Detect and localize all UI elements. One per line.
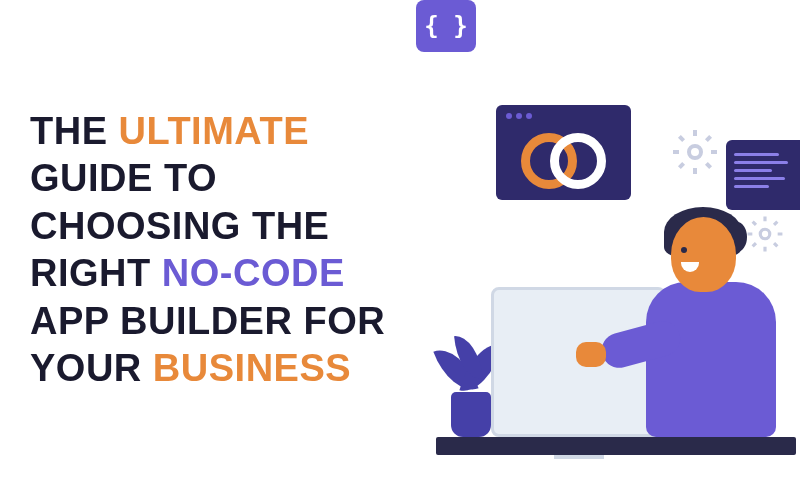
code-panel [726,140,800,210]
avatar-head [671,217,736,292]
code-line [734,153,779,156]
braces-panel: { } [416,0,476,52]
code-line [734,177,785,180]
headline: THE ULTIMATE GUIDE TO CHOOSING THE RIGHT… [0,88,416,413]
illustration: { } [416,0,800,500]
code-line [734,185,769,188]
braces-icon: { } [424,12,467,40]
infinity-panel [496,105,631,200]
desk [436,437,796,455]
code-line [734,169,772,172]
svg-point-0 [689,146,701,158]
plant-pot [451,392,491,437]
infinity-icon [521,133,606,173]
headline-part-6: BUSINESS [153,347,351,389]
avatar-eye [681,247,687,253]
developer-avatar [646,207,786,437]
code-line [734,161,788,164]
headline-part-4: NO-CODE [162,252,345,294]
avatar-hand [576,342,606,367]
gear-icon [671,128,719,176]
graphic-banner: THE ULTIMATE GUIDE TO CHOOSING THE RIGHT… [0,0,800,500]
headline-part-2: ULTIMATE [119,110,309,152]
avatar-torso [646,282,776,437]
headline-part-1: THE [30,110,119,152]
